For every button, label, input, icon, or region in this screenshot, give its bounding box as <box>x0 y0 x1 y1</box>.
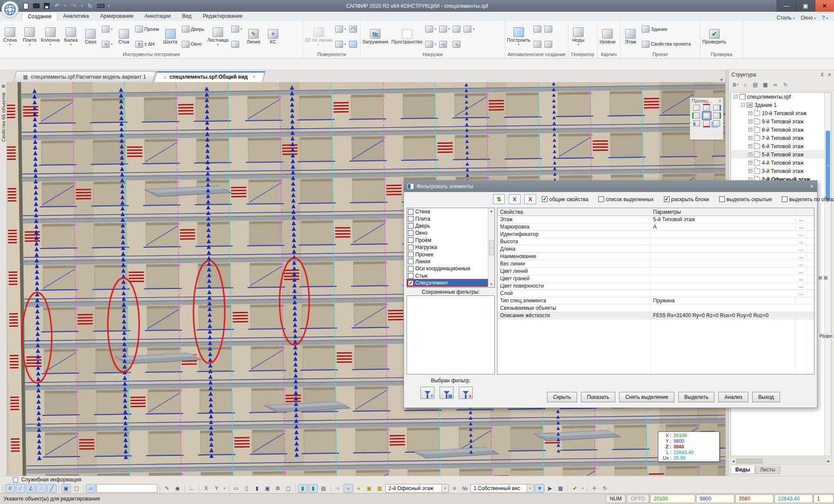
ribbon-item-crane[interactable] <box>543 26 554 33</box>
ribbon-item-wall-soil[interactable] <box>451 26 462 33</box>
ribbon-item-project-props[interactable]: Свойства проекта <box>641 41 692 48</box>
redo-dropdown-icon[interactable]: ▾ <box>80 2 83 10</box>
lock-x-button[interactable]: X <box>201 484 211 493</box>
view-box-button[interactable]: ▢ <box>284 484 293 493</box>
dialog-button-Выделить[interactable]: Выделить <box>678 392 714 402</box>
apply-check-button[interactable]: ✔ <box>570 484 580 493</box>
dropdown-icon[interactable]: ▾ <box>240 28 242 30</box>
pin-icon[interactable]: ⊼ <box>821 72 824 78</box>
ribbon-item-building[interactable]: Здание <box>641 26 692 33</box>
ribbon-item-build[interactable]: Построить▾ <box>506 27 532 46</box>
app-logo-icon[interactable] <box>1 1 19 18</box>
ribbon-item-load-arrow[interactable]: ▾ <box>438 26 451 33</box>
maximize-button[interactable]: ▣ <box>796 0 815 12</box>
service-info-label[interactable]: Служебная информация <box>21 477 81 483</box>
pen-button[interactable]: ✎ <box>162 484 172 493</box>
dialog-checkbox-0[interactable]: ✓общие свойства <box>542 196 588 202</box>
menu-tab-вид[interactable]: Вид <box>176 12 197 21</box>
menu-tab-аналитика[interactable]: Аналитика <box>57 12 94 21</box>
dialog-button-Скрыть[interactable]: Скрыть <box>547 392 577 402</box>
help-menu[interactable]: ?▾ <box>822 15 828 21</box>
projection-cube-arrow-blue[interactable] <box>693 120 700 126</box>
saved-filters-list[interactable] <box>407 295 495 375</box>
property-row[interactable]: Этаж5-й Типовой этаж... <box>497 216 814 223</box>
ribbon-item-delta-h[interactable]: ± ΔН <box>134 41 160 48</box>
view-textured-button[interactable]: ▣ <box>263 484 272 493</box>
ribbon-item-column[interactable]: Колонна▾ <box>40 27 61 46</box>
unlock-box-button[interactable]: ▢ <box>72 484 81 493</box>
measure-ruler-icon[interactable] <box>97 2 104 10</box>
ribbon-item-spring-support[interactable] <box>451 41 462 48</box>
ribbon-item-stairs-auto[interactable] <box>532 41 543 48</box>
projection-cube-bottom-red[interactable] <box>703 120 710 126</box>
dialog-button-Показать[interactable]: Показать <box>581 392 615 402</box>
type-item-Линия[interactable]: Линия <box>407 258 494 265</box>
type-item-Плита[interactable]: Плита <box>407 215 494 222</box>
ribbon-item-solid[interactable] <box>348 41 358 48</box>
apply-dropdown[interactable]: ▾ <box>580 484 585 493</box>
ribbon-item-verify[interactable]: Проверить <box>701 29 727 44</box>
property-row[interactable]: Связываемые объекты <box>497 305 814 312</box>
property-row[interactable]: Высота... <box>497 238 814 245</box>
property-row[interactable]: Идентификатор... <box>497 231 814 238</box>
bulb-boxes-button[interactable]: ▦ <box>375 484 384 493</box>
property-row[interactable]: Цвет граней... <box>497 275 814 282</box>
refresh-icon[interactable]: ↻ <box>781 81 790 89</box>
ribbon-item-3d-line[interactable]: 3D по линии▾ <box>304 27 334 46</box>
columns-green-2-button[interactable]: ▮ <box>308 484 318 493</box>
tree-item[interactable]: +9-й Типовой этаж <box>731 117 831 126</box>
load-number-button[interactable]: № <box>460 484 470 493</box>
type-item-Проём[interactable]: Проём <box>407 237 494 244</box>
dropdown-icon[interactable]: ▾ <box>29 43 30 46</box>
scroll-left-icon[interactable]: ◀ <box>732 459 734 463</box>
add-filter-button[interactable]: + <box>420 387 434 399</box>
ribbon-item-door[interactable]: Дверь <box>180 26 206 33</box>
ribbon-item-pile-cap[interactable] <box>532 26 543 33</box>
layers-button[interactable]: ≡ <box>450 484 459 493</box>
building-add-icon[interactable]: ▦ <box>761 81 770 89</box>
menu-tab-аннотации[interactable]: Аннотации <box>139 12 176 21</box>
remove-filter-button[interactable]: х <box>459 387 473 399</box>
property-row[interactable]: Длина... <box>497 245 814 253</box>
expand-icon[interactable]: + <box>748 111 752 115</box>
projection-cube-right-green[interactable] <box>713 113 720 119</box>
tree-item[interactable]: +4-й Типовой этаж <box>731 159 831 167</box>
projection-close-icon[interactable]: × <box>719 98 721 103</box>
menu-tab-редактирование[interactable]: Редактирование <box>197 12 248 21</box>
search-icon[interactable]: ∞ <box>771 81 780 89</box>
clear-filter-red-button[interactable]: Х <box>524 194 536 204</box>
dropdown-icon[interactable]: ▾ <box>111 28 113 30</box>
snap-points-button[interactable]: ∴ <box>37 484 46 493</box>
tree-item[interactable]: +10-й Типовой этаж <box>731 109 831 117</box>
ribbon-item-truss[interactable]: ▾ <box>100 26 114 33</box>
dialog-checkbox-1[interactable]: список выделенных <box>598 196 654 202</box>
coord-input[interactable] <box>97 484 157 493</box>
loadcase-combo[interactable]: 1.Собственный вес▾ <box>470 484 534 493</box>
tree-item[interactable]: -Здание 1 <box>731 101 831 109</box>
projection-cube-frame-blue[interactable] <box>703 113 710 119</box>
tab-views[interactable]: Виды <box>731 466 755 474</box>
projection-cube-iso[interactable] <box>693 105 700 111</box>
save-icon[interactable] <box>43 2 50 10</box>
open-folder-icon[interactable] <box>32 2 40 10</box>
docked-panel-icons[interactable]: ⊞⊠ <box>818 275 827 281</box>
type-item-Нагрузка[interactable]: Нагрузка <box>407 244 494 251</box>
dropdown-icon[interactable]: ▾ <box>434 43 436 46</box>
tree-scrollbar[interactable]: ≡ <box>824 93 831 456</box>
menu-tab-армирование[interactable]: Армирование <box>95 12 139 21</box>
ribbon-item-load-group[interactable]: ▾ <box>424 26 437 33</box>
tree-horizontal-scrollbar[interactable]: ◀ ▶ <box>731 458 831 464</box>
dropdown-icon[interactable]: ▾ <box>70 43 72 46</box>
close-button[interactable]: ✕ <box>815 0 834 12</box>
customize-dropdown-icon[interactable]: ▾ <box>107 2 110 10</box>
view-settings-button[interactable]: ⚙ <box>273 484 283 493</box>
bulb-on-button[interactable]: ● <box>344 484 353 493</box>
ribbon-item-opening[interactable]: Проем <box>134 26 160 33</box>
tree-item[interactable]: +3-й Типовой этаж <box>731 167 831 175</box>
doc-tab-general-view[interactable]: ⌂ спецэлементы.spf:Общий вид × <box>154 71 266 82</box>
table-filter-button[interactable]: ▦ <box>556 484 565 493</box>
dialog-close-icon[interactable]: × <box>810 183 814 190</box>
orbit-button[interactable]: ↻ <box>600 484 610 493</box>
ribbon-item-pile[interactable]: Свая <box>81 29 100 44</box>
expand-icon[interactable]: + <box>748 119 752 123</box>
